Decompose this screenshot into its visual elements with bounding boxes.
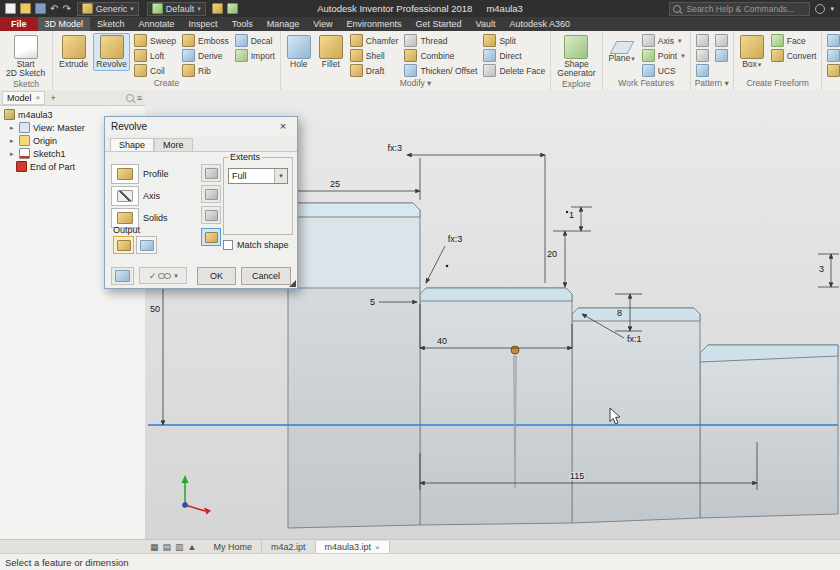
model-section-1-top-face[interactable] [288, 203, 420, 217]
freeform-convert-button[interactable]: Convert [769, 48, 819, 63]
apply-options-control[interactable]: ✓ ▾ [139, 267, 187, 284]
shape-generator-button[interactable]: Shape Generator [554, 33, 598, 80]
dimension-label-fx3-top[interactable]: fx:3 [387, 143, 402, 153]
circular-pattern-button[interactable] [694, 48, 711, 63]
tab-sketch[interactable]: Sketch [90, 17, 132, 31]
user-icon[interactable] [815, 4, 825, 14]
point-button[interactable]: Point▾ [640, 48, 687, 63]
list-view-icon[interactable]: ▥ [175, 542, 184, 552]
tab-tools[interactable]: Tools [225, 17, 260, 31]
dimension-label-fx1[interactable]: fx:1 [627, 334, 642, 344]
axis-select-button[interactable] [111, 186, 139, 206]
revolve-dialog[interactable]: Revolve × Shape More Profile Axis Solids… [104, 116, 298, 289]
browser-tab-model[interactable]: Model × [2, 91, 45, 105]
sculpt-button[interactable]: Sculpt [825, 63, 840, 78]
close-icon[interactable]: × [36, 93, 41, 102]
import-button[interactable]: Import [233, 48, 277, 63]
boolean-cut-button[interactable] [201, 185, 221, 203]
expander-icon[interactable]: ▸ [10, 150, 16, 158]
ucs-button[interactable]: UCS [640, 63, 687, 78]
new-solid-button[interactable] [201, 228, 221, 246]
freeform-box-button[interactable]: Box▾ [737, 33, 767, 71]
tab-get-started[interactable]: Get Started [409, 17, 469, 31]
hole-button[interactable]: Hole [284, 33, 314, 71]
thicken-offset-button[interactable]: Thicken/ Offset [402, 63, 479, 78]
dimension-label-fx3-mid[interactable]: fx:3 [448, 234, 463, 244]
sketch-driven-pattern-button[interactable] [713, 33, 730, 48]
preview-button[interactable] [111, 267, 134, 285]
axis-button[interactable]: Axis▾ [640, 33, 687, 48]
shaft-model[interactable] [288, 203, 838, 528]
coil-button[interactable]: Coil [132, 63, 178, 78]
browser-menu-icon[interactable]: ≡ [137, 93, 142, 103]
cancel-button[interactable]: Cancel [241, 267, 291, 285]
appearance-dropdown[interactable]: Default ▾ [147, 2, 206, 16]
emboss-button[interactable]: Emboss [180, 33, 231, 48]
parameters-icon[interactable] [212, 3, 223, 14]
redo-icon[interactable]: ↷ [62, 4, 70, 14]
dimension-label-20[interactable]: 20 [547, 249, 557, 259]
tab-file[interactable]: File [0, 17, 38, 31]
measure-icon[interactable] [227, 3, 238, 14]
shell-button[interactable]: Shell [348, 48, 401, 63]
mirror-button[interactable] [694, 63, 711, 78]
loft-button[interactable]: Loft [132, 48, 178, 63]
tab-annotate[interactable]: Annotate [132, 17, 182, 31]
boolean-join-button[interactable] [201, 164, 221, 182]
search-input[interactable] [684, 3, 806, 15]
split-button[interactable]: Split [481, 33, 547, 48]
decal-button[interactable]: Decal [233, 33, 277, 48]
dialog-title-bar[interactable]: Revolve × [105, 117, 297, 135]
draft-button[interactable]: Draft [348, 63, 401, 78]
add-browser-tab-button[interactable]: + [47, 93, 59, 103]
dialog-tab-shape[interactable]: Shape [110, 138, 154, 151]
ok-button[interactable]: OK [197, 267, 236, 285]
cascade-view-icon[interactable]: ▤ [163, 542, 172, 552]
browser-search-icon[interactable] [126, 94, 134, 102]
boolean-intersect-button[interactable] [201, 206, 221, 224]
group-label-pattern[interactable]: Pattern ▾ [691, 78, 733, 90]
dimension-label-8[interactable]: 8 [617, 308, 622, 318]
tab-vault[interactable]: Vault [469, 17, 503, 31]
direct-button[interactable]: Direct [481, 48, 547, 63]
profile-select-button[interactable] [111, 164, 139, 184]
dimension-label-1[interactable]: 1 [569, 210, 574, 220]
undo-icon[interactable]: ↶ [50, 4, 58, 14]
dimension-label-5[interactable]: 5 [370, 297, 375, 307]
match-shape-checkbox[interactable] [223, 240, 233, 250]
close-icon[interactable]: × [275, 120, 291, 132]
thread-button[interactable]: Thread [402, 33, 479, 48]
tab-environments[interactable]: Environments [340, 17, 409, 31]
new-file-icon[interactable] [5, 3, 16, 14]
tab-view[interactable]: View [306, 17, 339, 31]
fillet-button[interactable]: Fillet [316, 33, 346, 71]
expander-icon[interactable]: ▸ [10, 124, 16, 132]
dimension-label-50[interactable]: 50 [150, 304, 160, 314]
model-section-1-upper-band[interactable] [289, 217, 419, 288]
tab-autodesk-a360[interactable]: Autodesk A360 [502, 17, 577, 31]
combine-button[interactable]: Combine [402, 48, 479, 63]
start-2d-sketch-button[interactable]: Start 2D Sketch [3, 33, 48, 80]
rib-button[interactable]: Rib [180, 63, 231, 78]
derive-button[interactable]: Derive [180, 48, 231, 63]
patch-button[interactable]: Patch [825, 48, 840, 63]
work-point[interactable] [511, 346, 519, 354]
stitch-button[interactable]: Stitch [825, 33, 840, 48]
output-solid-button[interactable] [113, 236, 134, 254]
help-search-box[interactable] [669, 2, 810, 16]
material-dropdown[interactable]: Generic ▾ [77, 2, 139, 16]
plane-button[interactable]: Plane▾ [606, 33, 638, 65]
extrude-button[interactable]: Extrude [56, 33, 91, 71]
group-label-modify[interactable]: Modify ▾ [281, 78, 550, 90]
tile-view-icon[interactable]: ▦ [150, 542, 159, 552]
expander-icon[interactable]: ▸ [10, 137, 16, 145]
open-file-icon[interactable] [20, 3, 31, 14]
output-surface-button[interactable] [136, 236, 157, 254]
rectangular-pattern-button[interactable] [694, 33, 711, 48]
chamfer-button[interactable]: Chamfer [348, 33, 401, 48]
delete-face-button[interactable]: Delete Face [481, 63, 547, 78]
expand-tabs-icon[interactable]: ▲ [188, 542, 197, 552]
tab-manage[interactable]: Manage [260, 17, 307, 31]
revolve-button[interactable]: Revolve [93, 33, 130, 71]
tab-inspect[interactable]: Inspect [182, 17, 225, 31]
